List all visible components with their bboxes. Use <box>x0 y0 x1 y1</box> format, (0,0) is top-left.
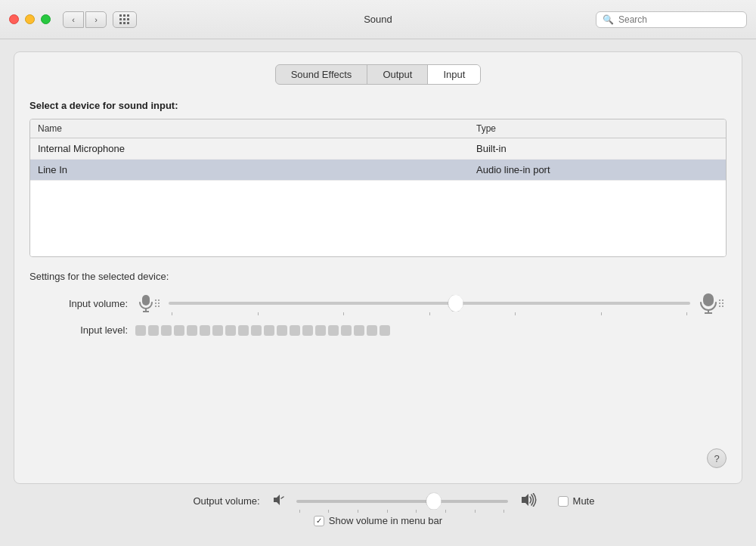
nav-buttons: ‹ › <box>63 11 107 28</box>
minimize-button[interactable] <box>25 14 35 24</box>
mute-checkbox[interactable] <box>558 496 569 507</box>
level-bar-6 <box>200 325 210 336</box>
slider-track <box>169 302 690 305</box>
col-header-type: Type <box>469 119 726 138</box>
cell-name-0: Internal Microphone <box>30 138 469 159</box>
speaker-large-icon <box>520 493 540 509</box>
output-volume-label: Output volume: <box>162 495 260 507</box>
window-title: Sound <box>364 14 392 25</box>
cell-name-1: Line In <box>30 160 469 180</box>
level-bar-9 <box>238 325 249 336</box>
output-volume-slider[interactable] <box>296 500 508 503</box>
tabs: Sound Effects Output Input <box>275 64 482 85</box>
show-volume-label: Show volume in menu bar <box>329 515 442 526</box>
svg-rect-3 <box>703 293 714 306</box>
level-bars <box>135 325 390 336</box>
level-bar-12 <box>277 325 287 336</box>
level-bar-17 <box>341 325 352 336</box>
col-header-name: Name <box>30 119 469 138</box>
grid-view-button[interactable] <box>113 11 137 28</box>
mic-icon-left <box>138 294 160 312</box>
level-bar-19 <box>367 325 377 336</box>
mute-label: Mute <box>573 495 595 507</box>
svg-marker-8 <box>522 494 528 506</box>
input-volume-slider[interactable] <box>169 302 690 305</box>
forward-button[interactable]: › <box>85 11 107 28</box>
svg-marker-6 <box>274 495 280 505</box>
output-slider-track <box>296 500 508 503</box>
level-bar-2 <box>148 325 159 336</box>
search-input[interactable] <box>618 14 740 25</box>
chevron-left-icon: ‹ <box>72 15 75 24</box>
cell-type-0: Built-in <box>469 138 726 159</box>
tabs-container: Sound Effects Output Input <box>29 64 727 85</box>
chevron-right-icon: › <box>94 15 98 24</box>
level-bar-15 <box>315 325 326 336</box>
level-bar-5 <box>187 325 197 336</box>
search-box[interactable]: 🔍 <box>596 11 747 28</box>
bottom-bar: Output volume: <box>14 493 742 537</box>
cell-type-1: Audio line-in port <box>469 160 726 180</box>
svg-rect-0 <box>142 295 150 306</box>
level-bar-18 <box>354 325 364 336</box>
level-bar-11 <box>264 325 274 336</box>
settings-panel: Sound Effects Output Input Select a devi… <box>14 51 742 484</box>
table-empty-area <box>30 181 726 256</box>
input-level-row: Input level: <box>29 324 727 336</box>
level-bar-10 <box>251 325 262 336</box>
level-bar-7 <box>212 325 223 336</box>
mic-icon-right <box>699 293 723 314</box>
level-bar-13 <box>290 325 300 336</box>
mic-dots-left <box>155 299 160 307</box>
table-header: Name Type <box>30 119 726 138</box>
settings-label: Settings for the selected device: <box>29 271 727 282</box>
window-controls <box>9 14 51 24</box>
level-bar-8 <box>225 325 236 336</box>
main-content: Sound Effects Output Input Select a devi… <box>0 39 756 546</box>
level-bar-4 <box>174 325 184 336</box>
show-volume-row: ✓ Show volume in menu bar <box>314 515 442 526</box>
show-volume-checkbox[interactable]: ✓ <box>314 516 324 526</box>
titlebar: ‹ › Sound 🔍 <box>0 0 756 39</box>
level-bar-20 <box>380 325 390 336</box>
mute-container: Mute <box>558 495 595 507</box>
input-volume-label: Input volume: <box>29 298 128 309</box>
grid-icon <box>119 14 130 25</box>
output-volume-row: Output volume: <box>162 493 595 509</box>
level-bar-14 <box>302 325 313 336</box>
svg-line-7 <box>281 497 284 498</box>
back-button[interactable]: ‹ <box>63 11 84 28</box>
slider-thumb[interactable] <box>448 295 463 312</box>
close-button[interactable] <box>9 14 19 24</box>
level-bar-1 <box>135 325 146 336</box>
input-level-label: Input level: <box>29 324 128 336</box>
tab-output[interactable]: Output <box>367 65 428 84</box>
tab-input[interactable]: Input <box>428 65 480 84</box>
table-row-selected[interactable]: Line In Audio line-in port <box>30 160 726 181</box>
table-row[interactable]: Internal Microphone Built-in <box>30 138 726 160</box>
input-volume-row: Input volume: <box>29 293 727 314</box>
output-slider-thumb[interactable] <box>426 493 442 510</box>
mic-dots-right <box>719 299 723 307</box>
speaker-small-icon <box>272 493 286 509</box>
search-icon: 🔍 <box>603 14 614 25</box>
device-table: Name Type Internal Microphone Built-in L… <box>29 119 727 257</box>
maximize-button[interactable] <box>41 14 51 24</box>
help-button[interactable]: ? <box>707 448 727 468</box>
section-heading: Select a device for sound input: <box>29 100 727 111</box>
level-bar-16 <box>328 325 339 336</box>
tab-sound-effects[interactable]: Sound Effects <box>276 65 368 84</box>
level-bar-3 <box>161 325 172 336</box>
